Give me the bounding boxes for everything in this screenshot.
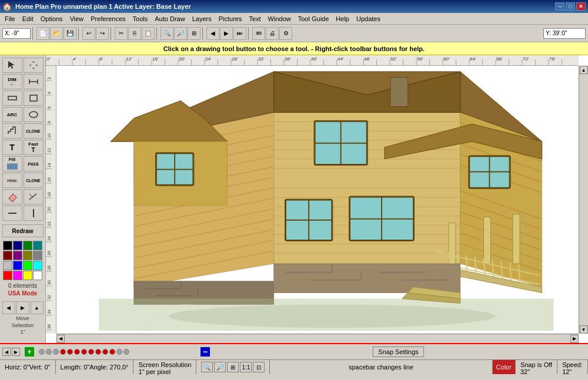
tb-zoom-in[interactable]: 🔍: [161, 27, 173, 40]
lt-next-btn[interactable]: ▶: [16, 301, 29, 314]
menu-toolguide[interactable]: Tool Guide: [295, 14, 333, 23]
color-darkcyan[interactable]: [33, 241, 42, 250]
color-green[interactable]: [23, 261, 32, 270]
tab-dot-10[interactable]: [102, 349, 108, 355]
tab-dot-4[interactable]: [60, 349, 66, 355]
color-cyan[interactable]: [33, 261, 42, 270]
tb-save[interactable]: 💾: [64, 27, 76, 40]
color-darkblue[interactable]: [13, 241, 22, 250]
tb-redo[interactable]: ↪: [96, 27, 109, 40]
lt-clone3-btn[interactable]: CLONE: [24, 173, 44, 188]
lt-clone-btn[interactable]: CLONE: [24, 123, 44, 139]
canvas-area[interactable]: Home Plan Pro ▲ ▼ ◀ ▶: [46, 55, 588, 343]
lt-figs-btn[interactable]: FIGS: [24, 156, 44, 171]
lt-dim2-btn[interactable]: [24, 74, 44, 89]
lt-select-btn[interactable]: [2, 58, 22, 73]
lt-eraser-btn[interactable]: [2, 189, 22, 204]
scroll-down-button[interactable]: ▼: [580, 325, 588, 334]
zoom-in-btn[interactable]: 🔍: [201, 362, 213, 372]
scroll-right-button[interactable]: ▶: [570, 335, 579, 343]
lt-up-btn[interactable]: ▲: [31, 301, 44, 314]
menu-edit[interactable]: Edit: [19, 14, 37, 23]
color-purple[interactable]: [13, 251, 22, 260]
tb-zoom-out[interactable]: 🔎: [174, 27, 187, 40]
color-button[interactable]: Color: [493, 360, 516, 374]
maximize-button[interactable]: □: [566, 2, 575, 11]
color-yellow[interactable]: [23, 271, 32, 280]
menu-window[interactable]: Window: [265, 14, 295, 23]
lt-fill-btn[interactable]: Fill: [2, 156, 22, 171]
lt-hide-btn[interactable]: Hide: [2, 173, 22, 188]
lt-ellipse-btn[interactable]: [24, 107, 44, 122]
lt-prev-btn[interactable]: ◀: [2, 301, 15, 314]
menu-file[interactable]: File: [1, 14, 19, 23]
tab-dot-13[interactable]: [123, 349, 129, 355]
scrollbar-right[interactable]: ▲ ▼: [579, 66, 588, 334]
tab-scroll-left[interactable]: ◀: [2, 348, 11, 356]
color-red[interactable]: [3, 271, 12, 280]
lt-vline-btn[interactable]: [24, 206, 44, 221]
tb-arrow-right[interactable]: ▶: [220, 27, 233, 40]
tb-settings[interactable]: ⚙: [279, 27, 292, 40]
lt-stairs-btn[interactable]: [2, 123, 22, 139]
zoom-custom-btn[interactable]: ⊡: [253, 362, 265, 372]
menu-pictures[interactable]: Pictures: [215, 14, 246, 23]
lt-move-btn[interactable]: [24, 58, 44, 73]
tab-dot-3[interactable]: [53, 349, 59, 355]
add-layer-button[interactable]: +: [25, 347, 34, 357]
menu-view[interactable]: View: [66, 14, 88, 23]
menu-help[interactable]: Help: [332, 14, 353, 23]
tab-dot-7[interactable]: [81, 349, 87, 355]
color-darkgreen[interactable]: [23, 241, 32, 250]
zoom-out-btn[interactable]: 🔎: [214, 362, 226, 372]
menu-options[interactable]: Options: [37, 14, 66, 23]
zoom-fit-btn[interactable]: ⊞: [227, 362, 239, 372]
close-button[interactable]: ✕: [576, 2, 586, 11]
tb-zoom-fit[interactable]: ⊞: [188, 27, 201, 40]
tb-arrow-left[interactable]: ◀: [206, 27, 219, 40]
drawing-canvas[interactable]: Home Plan Pro: [56, 66, 579, 334]
color-black[interactable]: [3, 241, 12, 250]
menu-preferences[interactable]: Preferences: [87, 14, 129, 23]
lt-hline-btn[interactable]: [2, 206, 22, 221]
snap-settings-button[interactable]: Snap Settings: [373, 347, 424, 357]
tab-dot-2[interactable]: [46, 349, 52, 355]
lt-fasttext-btn[interactable]: Fast T: [24, 140, 44, 155]
lt-text-btn[interactable]: T: [2, 140, 22, 155]
menu-tools[interactable]: Tools: [129, 14, 152, 23]
remove-layer-button[interactable]: −: [201, 347, 210, 357]
tab-scroll-right[interactable]: ▶: [12, 348, 20, 356]
tab-dot-6[interactable]: [74, 349, 80, 355]
tab-dot-9[interactable]: [95, 349, 101, 355]
menu-updates[interactable]: Updates: [353, 14, 384, 23]
tab-dot-8[interactable]: [88, 349, 94, 355]
color-magenta[interactable]: [13, 271, 22, 280]
scrollbar-bottom[interactable]: ◀ ▶: [56, 334, 579, 343]
tb-arrow-end[interactable]: ⏭: [233, 27, 246, 40]
color-olive[interactable]: [23, 251, 32, 260]
scroll-up-button[interactable]: ▲: [580, 66, 588, 74]
zoom-100-btn[interactable]: 1:1: [240, 362, 252, 372]
color-blue[interactable]: [13, 261, 22, 270]
tb-open[interactable]: 📂: [50, 27, 63, 40]
tb-new[interactable]: 📄: [36, 27, 49, 40]
scroll-left-button[interactable]: ◀: [56, 335, 65, 343]
redraw-button[interactable]: Redraw: [2, 224, 44, 237]
tb-copy[interactable]: ⎘: [128, 27, 141, 40]
tb-print[interactable]: 🖨: [266, 27, 279, 40]
tb-paste[interactable]: 📋: [142, 27, 155, 40]
tab-dot-11[interactable]: [109, 349, 115, 355]
lt-line-btn[interactable]: [2, 90, 22, 106]
tb-undo[interactable]: ↩: [82, 27, 95, 40]
menu-layers[interactable]: Layers: [189, 14, 215, 23]
color-gray[interactable]: [33, 251, 42, 260]
lt-dim-btn[interactable]: DIM ↔: [2, 74, 22, 89]
menu-autodraw[interactable]: Auto Draw: [151, 14, 188, 23]
color-darkred[interactable]: [3, 251, 12, 260]
lt-arc-btn[interactable]: ARC: [2, 107, 22, 122]
minimize-button[interactable]: ─: [555, 2, 564, 11]
tab-dot-5[interactable]: [67, 349, 73, 355]
menu-text[interactable]: Text: [245, 14, 264, 23]
tb-3d[interactable]: 3D: [252, 27, 265, 40]
color-white[interactable]: [33, 271, 42, 280]
